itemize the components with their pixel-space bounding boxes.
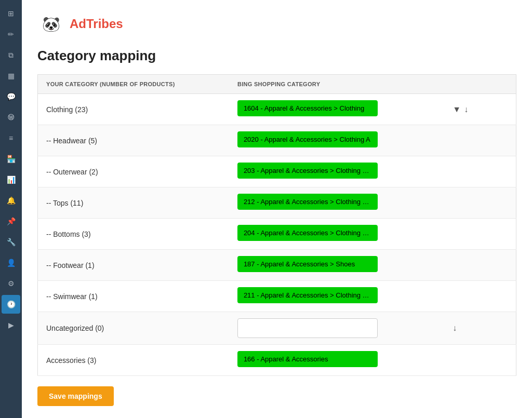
bing-category-badge[interactable]: 211 - Apparel & Accessories > Clothing >… bbox=[237, 287, 378, 303]
clock-icon[interactable]: 🕐 bbox=[2, 295, 20, 314]
user-icon[interactable]: 👤 bbox=[2, 253, 20, 272]
comment-icon[interactable]: 💬 bbox=[2, 87, 20, 106]
bing-category-badge[interactable]: 166 - Apparel & Accessories bbox=[237, 351, 378, 367]
list-icon[interactable]: ≡ bbox=[2, 129, 20, 147]
wrench-icon[interactable]: 🔧 bbox=[2, 233, 20, 251]
table-row: -- Bottoms (3)204 - Apparel & Accessorie… bbox=[38, 219, 516, 250]
layers-icon[interactable]: ⧉ bbox=[2, 46, 20, 64]
mapping-table: YOUR CATEGORY (NUMBER OF PRODUCTS) BING … bbox=[37, 74, 516, 376]
category-label: -- Bottoms (3) bbox=[46, 230, 91, 238]
table-row: Accessories (3)166 - Apparel & Accessori… bbox=[38, 345, 516, 376]
table-row: -- Swimwear (1)211 - Apparel & Accessori… bbox=[38, 281, 516, 312]
edit-icon[interactable]: ✏ bbox=[2, 25, 20, 44]
table-row: Clothing (23)1604 - Apparel & Accessorie… bbox=[38, 94, 516, 125]
bing-category-input[interactable] bbox=[237, 318, 378, 338]
settings-icon[interactable]: ⚙ bbox=[2, 274, 20, 293]
arrow-down-icon[interactable]: ↓ bbox=[464, 105, 468, 114]
action-icons: ↓ bbox=[453, 323, 508, 333]
bing-category-badge[interactable]: 203 - Apparel & Accessories > Clothing >… bbox=[237, 163, 378, 179]
col3-header bbox=[444, 75, 516, 94]
category-label: -- Outerwear (2) bbox=[46, 168, 98, 176]
sidebar: ⊞ ✏ ⧉ ▦ 💬 Ⓦ ≡ 🏪 📊 🔔 📌 🔧 👤 ⚙ 🕐 ▶ bbox=[0, 0, 22, 418]
category-label: -- Swimwear (1) bbox=[46, 292, 98, 301]
logo-area: 🐼 AdTribes bbox=[37, 10, 516, 37]
table-row: -- Headwear (5)2020 - Apparel & Accessor… bbox=[38, 125, 516, 156]
category-label: -- Footwear (1) bbox=[46, 261, 95, 269]
category-label: Accessories (3) bbox=[46, 356, 96, 365]
col1-header: YOUR CATEGORY (NUMBER OF PRODUCTS) bbox=[38, 75, 229, 94]
arrow-down-icon[interactable]: ↓ bbox=[453, 323, 457, 333]
action-icons: ▼↓ bbox=[453, 105, 508, 114]
category-label: Uncategorized (0) bbox=[46, 324, 104, 332]
woo-icon[interactable]: Ⓦ bbox=[2, 108, 20, 127]
bing-category-badge[interactable]: 187 - Apparel & Accessories > Shoes bbox=[237, 256, 378, 272]
col2-header: BING SHOPPING CATEGORY bbox=[229, 75, 444, 94]
bing-category-badge[interactable]: 1604 - Apparel & Accessories > Clothing bbox=[237, 100, 378, 116]
chart-icon[interactable]: 📊 bbox=[2, 170, 20, 189]
category-label: Clothing (23) bbox=[46, 105, 88, 114]
table-row: -- Tops (11)212 - Apparel & Accessories … bbox=[38, 187, 516, 219]
logo-icon: 🐼 bbox=[37, 10, 64, 37]
bell-icon[interactable]: 🔔 bbox=[2, 191, 20, 210]
table-row: -- Outerwear (2)203 - Apparel & Accessor… bbox=[38, 156, 516, 187]
bing-category-badge[interactable]: 204 - Apparel & Accessories > Clothing >… bbox=[237, 225, 378, 241]
bing-category-badge[interactable]: 212 - Apparel & Accessories > Clothing >… bbox=[237, 194, 378, 210]
category-label: -- Tops (11) bbox=[46, 199, 83, 207]
category-label: -- Headwear (5) bbox=[46, 137, 97, 145]
dashboard-icon[interactable]: ⊞ bbox=[2, 4, 20, 23]
table-row: -- Footwear (1)187 - Apparel & Accessori… bbox=[38, 250, 516, 281]
chevron-down-icon[interactable]: ▼ bbox=[453, 105, 461, 114]
grid-icon[interactable]: ▦ bbox=[2, 66, 20, 85]
main-content: 🐼 AdTribes Category mapping YOUR CATEGOR… bbox=[22, 0, 532, 418]
bing-category-badge[interactable]: 2020 - Apparel & Accessories > Clothing … bbox=[237, 131, 378, 147]
page-title: Category mapping bbox=[37, 48, 516, 64]
save-mappings-button[interactable]: Save mappings bbox=[37, 386, 114, 406]
logo-text: AdTribes bbox=[70, 17, 123, 31]
store-icon[interactable]: 🏪 bbox=[2, 150, 20, 168]
pin-icon[interactable]: 📌 bbox=[2, 212, 20, 231]
play-icon[interactable]: ▶ bbox=[2, 316, 20, 334]
table-row: Uncategorized (0)↓ bbox=[38, 312, 516, 345]
